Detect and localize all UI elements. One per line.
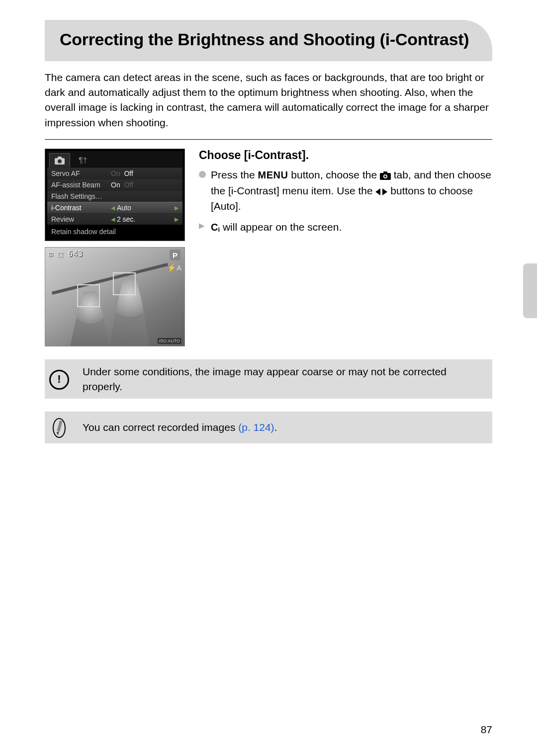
divider bbox=[45, 139, 492, 140]
page-ref-link[interactable]: (p. 124) bbox=[238, 421, 274, 433]
menu-row: Flash Settings… bbox=[47, 190, 182, 202]
left-arrow-icon: ◀ bbox=[111, 216, 115, 223]
menu-row: Servo AF On Off bbox=[47, 168, 182, 179]
svg-marker-11 bbox=[56, 431, 59, 435]
svg-rect-10 bbox=[57, 420, 62, 432]
edge-tab bbox=[523, 263, 537, 318]
sample-photo: ☑ ⬚ 643 P ⚡A ISO AUTO bbox=[45, 247, 185, 346]
tip-text: You can correct recorded images (p. 124)… bbox=[83, 420, 277, 434]
section-title: Correcting the Brightness and Shooting (… bbox=[45, 20, 492, 61]
right-arrow-icon: ▶ bbox=[175, 205, 179, 211]
iso-auto-icon: ISO AUTO bbox=[158, 338, 181, 344]
tip-note: You can correct recorded images (p. 124)… bbox=[45, 412, 492, 443]
af-frame-icon bbox=[113, 272, 136, 295]
pencil-icon bbox=[45, 417, 74, 438]
menu-row-selected: i-Contrast ◀ Auto ▶ bbox=[47, 202, 182, 213]
menu-row: AF-assist Beam On Off bbox=[47, 179, 182, 190]
tools-tab-icon: ¶† bbox=[73, 154, 93, 168]
warning-text: Under some conditions, the image may app… bbox=[83, 364, 484, 394]
left-arrow-icon: ◀ bbox=[111, 205, 115, 211]
svg-rect-1 bbox=[58, 157, 62, 159]
svg-marker-7 bbox=[375, 188, 380, 195]
camera-tab-icon bbox=[49, 153, 70, 168]
step-heading: Choose [i-Contrast]. bbox=[199, 149, 492, 162]
mode-p-icon: P bbox=[170, 250, 180, 260]
right-arrow-icon: ▶ bbox=[175, 216, 179, 223]
title-text: Correcting the Brightness and Shooting (… bbox=[60, 29, 477, 50]
menu-footer: Retain shadow detail bbox=[47, 225, 182, 239]
page-number: 87 bbox=[481, 724, 492, 736]
camera-menu-screenshot: ¶† Servo AF On Off AF-assist Beam On Off… bbox=[45, 149, 185, 241]
left-right-arrows-icon bbox=[375, 188, 387, 196]
intro-paragraph: The camera can detect areas in the scene… bbox=[45, 70, 492, 131]
menu-button-label: MENU bbox=[258, 169, 288, 180]
svg-rect-4 bbox=[383, 171, 387, 174]
menu-row: Review ◀ 2 sec. ▶ bbox=[47, 213, 182, 225]
flash-auto-icon: ⚡A bbox=[167, 263, 181, 272]
warning-icon: ! bbox=[49, 370, 69, 390]
svg-point-6 bbox=[384, 175, 386, 177]
ci-icon: Ci bbox=[211, 222, 220, 233]
svg-point-2 bbox=[58, 160, 62, 164]
af-frame-icon bbox=[77, 284, 100, 307]
step-result: Ci will appear on the screen. bbox=[199, 219, 492, 235]
warning-note: ! Under some conditions, the image may a… bbox=[45, 359, 492, 399]
step-instruction: Press the MENU button, choose the tab, a… bbox=[199, 167, 492, 214]
overlay-status: ☑ ⬚ 643 bbox=[48, 250, 83, 258]
camera-tab-icon bbox=[380, 171, 391, 180]
svg-marker-8 bbox=[382, 188, 387, 195]
